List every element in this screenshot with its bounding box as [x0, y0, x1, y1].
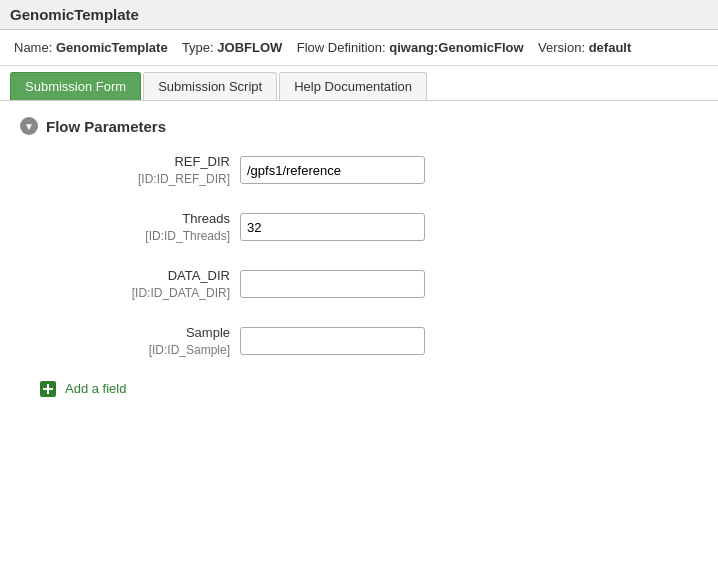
form-row-data-dir: DATA_DIR [ID:ID_DATA_DIR] [40, 267, 698, 302]
field-name-data-dir: DATA_DIR [40, 267, 230, 285]
field-id-ref-dir: [ID:ID_REF_DIR] [40, 171, 230, 188]
version-label: Version: [538, 40, 585, 55]
collapse-icon[interactable]: ▼ [20, 117, 38, 135]
tab-help-documentation[interactable]: Help Documentation [279, 72, 427, 100]
content-area: ▼ Flow Parameters REF_DIR [ID:ID_REF_DIR… [0, 101, 718, 413]
tab-submission-form[interactable]: Submission Form [10, 72, 141, 100]
meta-row: Name: GenomicTemplate Type: JOBFLOW Flow… [0, 30, 718, 66]
tabs-container: Submission Form Submission Script Help D… [0, 66, 718, 101]
label-ref-dir: REF_DIR [ID:ID_REF_DIR] [40, 153, 240, 188]
label-threads: Threads [ID:ID_Threads] [40, 210, 240, 245]
input-data-dir[interactable] [240, 270, 425, 298]
title-bar: GenomicTemplate [0, 0, 718, 30]
field-name-ref-dir: REF_DIR [40, 153, 230, 171]
field-name-threads: Threads [40, 210, 230, 228]
flow-def-value: qiwang:GenomicFlow [389, 40, 523, 55]
type-value: JOBFLOW [217, 40, 282, 55]
input-threads[interactable] [240, 213, 425, 241]
version-value: default [589, 40, 632, 55]
form-row-ref-dir: REF_DIR [ID:ID_REF_DIR] [40, 153, 698, 188]
add-field-button[interactable]: Add a field [40, 381, 698, 397]
app-title: GenomicTemplate [10, 6, 139, 23]
input-sample[interactable] [240, 327, 425, 355]
form-row-sample: Sample [ID:ID_Sample] [40, 324, 698, 359]
name-value: GenomicTemplate [56, 40, 168, 55]
plus-icon [40, 381, 56, 397]
field-id-sample: [ID:ID_Sample] [40, 342, 230, 359]
add-field-label: Add a field [65, 381, 126, 396]
flow-def-label: Flow Definition: [297, 40, 386, 55]
flow-params-header: ▼ Flow Parameters [20, 117, 698, 135]
label-sample: Sample [ID:ID_Sample] [40, 324, 240, 359]
type-label: Type: [182, 40, 214, 55]
flow-params-title: Flow Parameters [46, 118, 166, 135]
input-ref-dir[interactable] [240, 156, 425, 184]
field-id-threads: [ID:ID_Threads] [40, 228, 230, 245]
name-label: Name: [14, 40, 52, 55]
field-name-sample: Sample [40, 324, 230, 342]
form-row-threads: Threads [ID:ID_Threads] [40, 210, 698, 245]
tab-submission-script[interactable]: Submission Script [143, 72, 277, 100]
label-data-dir: DATA_DIR [ID:ID_DATA_DIR] [40, 267, 240, 302]
field-id-data-dir: [ID:ID_DATA_DIR] [40, 285, 230, 302]
